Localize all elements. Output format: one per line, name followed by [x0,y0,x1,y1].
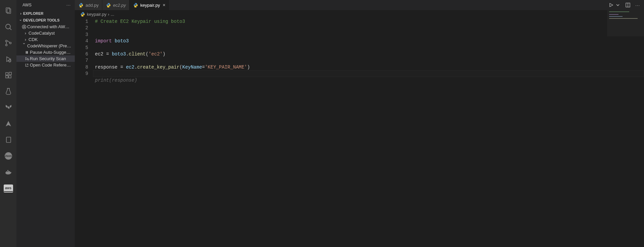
editor-area: add.py ec2.py keypair.py × [75,0,644,247]
svg-rect-12 [9,72,11,75]
sidebar: AWS ··· › EXPLORER › DEVELOPER TOOLS Con… [16,0,75,247]
split-editor-icon[interactable] [625,2,631,8]
line-number: 6 [75,51,88,57]
code-token: ) [247,65,250,70]
explorer-icon[interactable] [0,3,16,19]
svg-rect-18 [6,137,11,142]
arrow-icon[interactable] [0,116,16,132]
svg-point-8 [9,60,11,62]
code-editor[interactable]: 1 2 3 4 5 6 7 8 9 # Create EC2 Keypair u… [75,18,644,247]
developer-tools-label: DEVELOPER TOOLS [23,18,60,22]
line-number: 7 [75,57,88,64]
chevron-right-icon: › [108,12,109,17]
search-icon[interactable] [0,19,16,35]
sidebar-item-label: CodeWhisperer (Pre… [27,43,71,48]
close-icon[interactable]: × [163,2,165,8]
sidebar-item-label: Open Code Refere… [30,63,71,68]
sidebar-item-run-scan[interactable]: Run Security Scan [16,55,75,62]
code-token: 'ec2' [149,51,163,57]
code-token: client [129,51,146,57]
svg-rect-28 [26,51,26,54]
breadcrumb[interactable]: keypair.py › ... [75,10,644,18]
breadcrumb-file: keypair.py [87,12,107,17]
sidebar-header: AWS ··· [16,0,75,10]
line-number: 9 [75,71,88,77]
sidebar-item-codecatalyst[interactable]: › CodeCatalyst [16,30,75,36]
line-number: 5 [75,45,88,51]
chevron-right-icon: › [18,11,23,15]
code-content[interactable]: # Create EC2 Keypair using boto3 import … [95,18,644,247]
run-icon[interactable] [608,2,614,8]
line-number: 4 [75,38,88,44]
chevron-down-icon: › [19,18,23,23]
developer-tools-section[interactable]: › DEVELOPER TOOLS [16,17,75,24]
run-debug-icon[interactable] [0,51,16,67]
run-dropdown-icon[interactable] [615,2,621,8]
extensions-icon[interactable] [0,67,16,83]
code-token: . [135,65,137,70]
python-file-icon [80,12,86,17]
testing-icon[interactable] [0,83,16,99]
editor-tabs: add.py ec2.py keypair.py × [75,0,644,10]
code-token: ( [146,51,148,57]
python-file-icon [106,2,111,8]
chevron-down-icon: › [22,43,27,49]
svg-point-27 [23,26,25,27]
source-control-icon[interactable] [0,35,16,51]
svg-rect-0 [6,8,10,12]
sidebar-item-cdk[interactable]: › CDK [16,36,75,43]
code-token: = [106,51,112,57]
sidebar-item-connected[interactable]: Connected with AW… [16,24,75,30]
svg-point-5 [5,44,7,46]
code-token: # Create EC2 Keypair using boto3 [95,19,185,24]
sidebar-item-codewhisperer[interactable]: › CodeWhisperer (Pre… [16,43,75,49]
pause-icon [24,50,30,54]
code-token: ( [179,65,182,70]
sidebar-item-open-code-ref[interactable]: Open Code Refere… [16,62,75,68]
line-number: 3 [75,32,88,38]
svg-rect-1 [7,9,11,13]
editor-actions: ··· [608,2,644,8]
explorer-section[interactable]: › EXPLORER [16,10,75,17]
svg-point-31 [27,59,29,60]
svg-point-6 [9,42,11,44]
more-icon[interactable]: ··· [635,3,640,8]
sidebar-item-label: Connected with AW… [27,24,69,29]
tab-label: keypair.py [140,3,160,8]
code-token: 'KEY_PAIR_NAME' [205,65,247,70]
code-token: create_key_pair [137,65,179,70]
inline-suggestion: print(response) [95,78,137,83]
tab-ec2-py[interactable]: ec2.py [102,0,129,10]
tab-keypair-py[interactable]: keypair.py × [129,0,169,10]
notebook-icon[interactable] [0,132,16,148]
breadcrumb-rest: ... [111,12,114,17]
bug-run-icon [24,56,30,61]
sidebar-item-pause[interactable]: Pause Auto-Sugge… [16,49,75,55]
code-token: ) [163,51,165,57]
explorer-label: EXPLORER [23,11,44,15]
minimap[interactable] [607,10,644,37]
python-file-icon [78,2,84,8]
json-icon[interactable]: Json [0,148,16,164]
line-number-gutter: 1 2 3 4 5 6 7 8 9 [75,18,95,247]
code-token: KeyName [182,65,202,70]
activity-bar: Json aws [0,0,16,247]
svg-point-2 [6,24,10,29]
code-token: = [120,65,126,70]
code-token: ec2 [95,51,106,57]
terraform-icon[interactable] [0,99,16,116]
user-icon [21,25,27,29]
svg-rect-9 [6,73,8,75]
svg-rect-10 [6,76,8,78]
svg-marker-15 [8,106,9,109]
sidebar-more-icon[interactable]: ··· [66,3,71,7]
docker-icon[interactable] [0,164,16,180]
line-number: 1 [75,18,88,25]
svg-marker-14 [6,105,7,108]
svg-line-3 [10,28,11,30]
svg-line-35 [26,64,28,66]
code-token: . [126,51,128,57]
svg-point-4 [5,40,7,42]
tab-add-py[interactable]: add.py [75,0,102,10]
aws-toolkit-icon[interactable]: aws [0,180,16,196]
